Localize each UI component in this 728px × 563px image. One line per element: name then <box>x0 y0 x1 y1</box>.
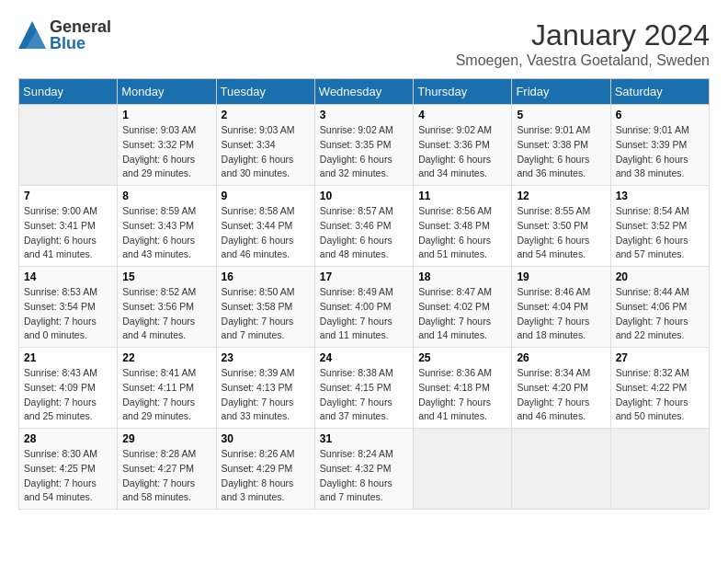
calendar-table: SundayMondayTuesdayWednesdayThursdayFrid… <box>18 78 710 510</box>
day-info: Sunrise: 8:50 AMSunset: 3:58 PMDaylight:… <box>222 285 310 343</box>
day-cell: 28 Sunrise: 8:30 AMSunset: 4:25 PMDaylig… <box>19 429 118 510</box>
day-cell: 11 Sunrise: 8:56 AMSunset: 3:48 PMDaylig… <box>414 186 512 267</box>
day-cell: 22 Sunrise: 8:41 AMSunset: 4:11 PMDaylig… <box>118 348 216 429</box>
day-info: Sunrise: 8:47 AMSunset: 4:02 PMDaylight:… <box>418 285 506 343</box>
day-info: Sunrise: 8:52 AMSunset: 3:56 PMDaylight:… <box>122 285 210 343</box>
day-number: 6 <box>616 109 704 121</box>
week-row-5: 28 Sunrise: 8:30 AMSunset: 4:25 PMDaylig… <box>19 429 710 510</box>
day-number: 16 <box>222 270 310 283</box>
day-info: Sunrise: 8:24 AMSunset: 4:32 PMDaylight:… <box>320 447 408 505</box>
day-info: Sunrise: 9:00 AMSunset: 3:41 PMDaylight:… <box>24 204 112 262</box>
day-info: Sunrise: 9:02 AMSunset: 3:36 PMDaylight:… <box>418 123 506 181</box>
day-info: Sunrise: 8:44 AMSunset: 4:06 PMDaylight:… <box>616 285 704 343</box>
day-number: 23 <box>222 351 310 364</box>
week-row-4: 21 Sunrise: 8:43 AMSunset: 4:09 PMDaylig… <box>19 348 710 429</box>
day-cell: 24 Sunrise: 8:38 AMSunset: 4:15 PMDaylig… <box>314 348 413 429</box>
day-cell: 2 Sunrise: 9:03 AMSunset: 3:34Daylight: … <box>216 105 314 186</box>
day-cell: 16 Sunrise: 8:50 AMSunset: 3:58 PMDaylig… <box>216 267 314 348</box>
day-number: 24 <box>320 351 408 364</box>
day-number: 12 <box>517 190 605 202</box>
day-cell: 18 Sunrise: 8:47 AMSunset: 4:02 PMDaylig… <box>414 267 512 348</box>
day-info: Sunrise: 8:34 AMSunset: 4:20 PMDaylight:… <box>517 366 605 424</box>
day-cell: 21 Sunrise: 8:43 AMSunset: 4:09 PMDaylig… <box>19 348 118 429</box>
page-header: General Blue January 2024 Smoegen, Vaest… <box>18 18 710 69</box>
day-info: Sunrise: 9:02 AMSunset: 3:35 PMDaylight:… <box>320 123 408 181</box>
day-number: 7 <box>24 190 112 202</box>
day-info: Sunrise: 9:03 AMSunset: 3:34Daylight: 6 … <box>222 123 310 181</box>
week-row-2: 7 Sunrise: 9:00 AMSunset: 3:41 PMDayligh… <box>19 186 710 267</box>
day-cell: 10 Sunrise: 8:57 AMSunset: 3:46 PMDaylig… <box>314 186 413 267</box>
day-info: Sunrise: 8:43 AMSunset: 4:09 PMDaylight:… <box>24 366 112 424</box>
day-number: 26 <box>517 351 605 364</box>
day-cell: 3 Sunrise: 9:02 AMSunset: 3:35 PMDayligh… <box>314 105 413 186</box>
day-number: 22 <box>122 351 210 364</box>
day-number: 28 <box>24 432 112 445</box>
day-number: 3 <box>320 109 408 121</box>
day-cell: 27 Sunrise: 8:32 AMSunset: 4:22 PMDaylig… <box>610 348 709 429</box>
day-info: Sunrise: 8:57 AMSunset: 3:46 PMDaylight:… <box>320 204 408 262</box>
day-number: 10 <box>320 190 408 202</box>
logo-general-text: General <box>50 18 111 35</box>
day-number: 27 <box>616 351 704 364</box>
logo-icon <box>18 21 46 49</box>
day-number: 2 <box>222 109 310 121</box>
day-cell <box>414 429 512 510</box>
day-cell: 20 Sunrise: 8:44 AMSunset: 4:06 PMDaylig… <box>610 267 709 348</box>
day-number: 5 <box>517 109 605 121</box>
day-info: Sunrise: 8:26 AMSunset: 4:29 PMDaylight:… <box>222 447 310 505</box>
day-cell: 26 Sunrise: 8:34 AMSunset: 4:20 PMDaylig… <box>512 348 610 429</box>
day-cell: 8 Sunrise: 8:59 AMSunset: 3:43 PMDayligh… <box>118 186 216 267</box>
day-cell: 9 Sunrise: 8:58 AMSunset: 3:44 PMDayligh… <box>216 186 314 267</box>
day-cell: 31 Sunrise: 8:24 AMSunset: 4:32 PMDaylig… <box>314 429 413 510</box>
day-cell: 4 Sunrise: 9:02 AMSunset: 3:36 PMDayligh… <box>414 105 512 186</box>
day-cell: 15 Sunrise: 8:52 AMSunset: 3:56 PMDaylig… <box>118 267 216 348</box>
day-info: Sunrise: 9:01 AMSunset: 3:39 PMDaylight:… <box>616 123 704 181</box>
day-cell <box>19 105 118 186</box>
day-number: 11 <box>418 190 506 202</box>
day-number: 8 <box>122 190 210 202</box>
day-number: 31 <box>320 432 408 445</box>
day-number: 14 <box>24 270 112 283</box>
day-cell: 29 Sunrise: 8:28 AMSunset: 4:27 PMDaylig… <box>118 429 216 510</box>
logo-blue-text: Blue <box>50 35 111 52</box>
day-info: Sunrise: 8:36 AMSunset: 4:18 PMDaylight:… <box>418 366 506 424</box>
day-number: 30 <box>222 432 310 445</box>
day-number: 9 <box>222 190 310 202</box>
day-info: Sunrise: 8:49 AMSunset: 4:00 PMDaylight:… <box>320 285 408 343</box>
logo: General Blue <box>18 18 111 52</box>
col-header-monday: Monday <box>118 79 216 105</box>
day-cell: 5 Sunrise: 9:01 AMSunset: 3:38 PMDayligh… <box>512 105 610 186</box>
col-header-friday: Friday <box>512 79 610 105</box>
day-number: 18 <box>418 270 506 283</box>
day-number: 19 <box>517 270 605 283</box>
day-info: Sunrise: 8:54 AMSunset: 3:52 PMDaylight:… <box>616 204 704 262</box>
day-info: Sunrise: 9:03 AMSunset: 3:32 PMDaylight:… <box>122 123 210 181</box>
title-block: January 2024 Smoegen, Vaestra Goetaland,… <box>456 18 710 69</box>
col-header-thursday: Thursday <box>414 79 512 105</box>
day-info: Sunrise: 8:30 AMSunset: 4:25 PMDaylight:… <box>24 447 112 505</box>
col-header-saturday: Saturday <box>610 79 709 105</box>
day-info: Sunrise: 8:46 AMSunset: 4:04 PMDaylight:… <box>517 285 605 343</box>
header-row: SundayMondayTuesdayWednesdayThursdayFrid… <box>19 79 710 105</box>
col-header-wednesday: Wednesday <box>314 79 413 105</box>
day-info: Sunrise: 8:41 AMSunset: 4:11 PMDaylight:… <box>122 366 210 424</box>
week-row-1: 1 Sunrise: 9:03 AMSunset: 3:32 PMDayligh… <box>19 105 710 186</box>
day-info: Sunrise: 9:01 AMSunset: 3:38 PMDaylight:… <box>517 123 605 181</box>
day-number: 4 <box>418 109 506 121</box>
day-cell: 30 Sunrise: 8:26 AMSunset: 4:29 PMDaylig… <box>216 429 314 510</box>
day-info: Sunrise: 8:32 AMSunset: 4:22 PMDaylight:… <box>616 366 704 424</box>
day-cell: 17 Sunrise: 8:49 AMSunset: 4:00 PMDaylig… <box>314 267 413 348</box>
month-title: January 2024 <box>456 18 710 52</box>
day-info: Sunrise: 8:28 AMSunset: 4:27 PMDaylight:… <box>122 447 210 505</box>
day-number: 15 <box>122 270 210 283</box>
day-number: 21 <box>24 351 112 364</box>
day-cell: 25 Sunrise: 8:36 AMSunset: 4:18 PMDaylig… <box>414 348 512 429</box>
day-info: Sunrise: 8:53 AMSunset: 3:54 PMDaylight:… <box>24 285 112 343</box>
location-subtitle: Smoegen, Vaestra Goetaland, Sweden <box>456 52 710 69</box>
day-number: 17 <box>320 270 408 283</box>
day-cell: 13 Sunrise: 8:54 AMSunset: 3:52 PMDaylig… <box>610 186 709 267</box>
day-number: 29 <box>122 432 210 445</box>
week-row-3: 14 Sunrise: 8:53 AMSunset: 3:54 PMDaylig… <box>19 267 710 348</box>
day-number: 1 <box>122 109 210 121</box>
day-info: Sunrise: 8:55 AMSunset: 3:50 PMDaylight:… <box>517 204 605 262</box>
